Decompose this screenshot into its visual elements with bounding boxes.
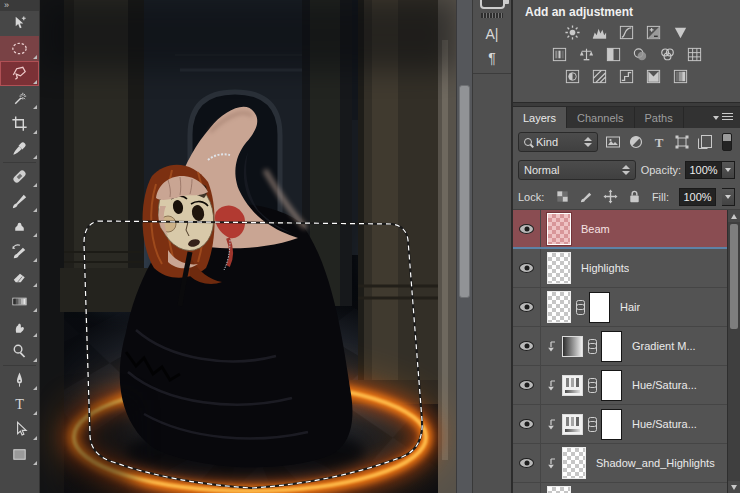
layer-thumbnail[interactable] xyxy=(547,213,571,245)
blend-mode-dropdown[interactable]: Normal xyxy=(518,160,636,180)
filter-pixel-layers-icon[interactable] xyxy=(603,133,622,152)
visibility-toggle[interactable] xyxy=(513,288,541,326)
layer-row-beam[interactable]: Beam xyxy=(513,210,727,249)
filter-shape-layers-icon[interactable] xyxy=(672,133,691,152)
visibility-toggle[interactable] xyxy=(513,366,541,404)
tab-layers[interactable]: Layers xyxy=(513,107,567,128)
character-panel-icon[interactable]: A| xyxy=(473,22,511,46)
vibrance-icon[interactable] xyxy=(672,23,690,41)
curves-icon[interactable] xyxy=(618,23,636,41)
type-tool[interactable]: T xyxy=(0,392,39,417)
lasso-tool[interactable] xyxy=(0,61,39,86)
canvas-area[interactable] xyxy=(40,0,472,493)
rectangle-tool[interactable] xyxy=(0,442,39,467)
fill-value[interactable]: 100% xyxy=(679,188,716,206)
visibility-toggle[interactable] xyxy=(513,327,541,365)
visibility-toggle[interactable] xyxy=(513,405,541,443)
layer-row-hue-satura-[interactable]: Hue/Satura... xyxy=(513,366,727,405)
history-brush-tool[interactable] xyxy=(0,239,39,264)
canvas-scrollbar-thumb[interactable] xyxy=(459,85,470,298)
paragraph-panel-icon[interactable]: ¶ xyxy=(473,46,511,70)
fill-dropdown-arrow[interactable] xyxy=(722,188,735,206)
clone-stamp-tool[interactable] xyxy=(0,214,39,239)
filter-toggle-switch[interactable] xyxy=(722,133,732,151)
opacity-dropdown-arrow[interactable] xyxy=(722,161,735,179)
layer-row-hue-satura-[interactable]: Hue/Satura... xyxy=(513,405,727,444)
layer-row[interactable] xyxy=(513,483,727,493)
layer-mask-thumbnail[interactable] xyxy=(601,331,622,362)
opacity-value[interactable]: 100% xyxy=(685,161,722,179)
layer-name[interactable]: Hue/Satura... xyxy=(632,418,697,430)
layer-name[interactable]: Gradient M... xyxy=(632,340,696,352)
healing-brush-tool[interactable] xyxy=(0,164,39,189)
smudge-tool[interactable] xyxy=(0,314,39,339)
elliptical-marquee-tool[interactable] xyxy=(0,36,39,61)
canvas-vertical-scrollbar[interactable] xyxy=(456,0,472,493)
layer-row-hair[interactable]: Hair xyxy=(513,288,727,327)
layers-scrollbar[interactable] xyxy=(727,210,740,493)
visibility-toggle[interactable] xyxy=(513,249,541,287)
layer-thumbnail[interactable] xyxy=(547,291,571,323)
move-tool[interactable] xyxy=(0,11,39,36)
filter-type-layers-icon[interactable]: T xyxy=(649,133,668,152)
lock-paint-icon[interactable] xyxy=(578,188,595,205)
brightness-contrast-icon[interactable] xyxy=(564,23,582,41)
layer-name[interactable]: Hair xyxy=(620,301,640,313)
layer-mask-thumbnail[interactable] xyxy=(601,409,622,440)
layer-thumbnail[interactable] xyxy=(562,336,583,357)
layer-row-highlights[interactable]: Highlights xyxy=(513,249,727,288)
layer-thumbnail[interactable] xyxy=(562,447,586,479)
visibility-toggle[interactable] xyxy=(513,210,541,247)
canvas-image[interactable] xyxy=(40,0,456,493)
layer-thumbnail[interactable] xyxy=(547,252,571,284)
pen-tool[interactable] xyxy=(0,367,39,392)
photo-filter-icon[interactable] xyxy=(631,45,649,63)
threshold-icon[interactable] xyxy=(618,67,636,85)
black-white-icon[interactable] xyxy=(604,45,622,63)
layer-mask-thumbnail[interactable] xyxy=(589,292,610,323)
scroll-up-arrow[interactable] xyxy=(728,210,740,222)
selective-color-icon[interactable] xyxy=(672,67,690,85)
channel-mixer-icon[interactable] xyxy=(658,45,676,63)
layer-name[interactable]: Hue/Satura... xyxy=(632,379,697,391)
toolbar-collapse-button[interactable]: » xyxy=(0,0,39,11)
layer-thumbnail[interactable] xyxy=(562,414,583,435)
layer-thumbnail[interactable] xyxy=(547,486,571,493)
lock-transparency-icon[interactable] xyxy=(554,188,571,205)
scroll-down-arrow[interactable] xyxy=(728,481,740,493)
crop-tool[interactable] xyxy=(0,111,39,136)
panel-menu-icon[interactable] xyxy=(713,112,735,123)
eraser-tool[interactable] xyxy=(0,264,39,289)
levels-icon[interactable] xyxy=(591,23,609,41)
layer-row-shadow-and-highlights[interactable]: Shadow_and_Highlights xyxy=(513,444,727,483)
tab-channels[interactable]: Channels xyxy=(567,107,634,128)
layer-thumbnail[interactable] xyxy=(562,375,583,396)
filter-smart-objects-icon[interactable] xyxy=(695,133,714,152)
layer-mask-thumbnail[interactable] xyxy=(601,370,622,401)
layers-scrollbar-thumb[interactable] xyxy=(730,224,738,329)
exposure-icon[interactable] xyxy=(645,23,663,41)
layer-name[interactable]: Highlights xyxy=(581,262,629,274)
invert-icon[interactable] xyxy=(564,67,582,85)
layer-name[interactable]: Shadow_and_Highlights xyxy=(596,457,715,469)
lock-position-icon[interactable] xyxy=(602,188,619,205)
gradient-tool[interactable] xyxy=(0,289,39,314)
color-balance-icon[interactable] xyxy=(577,45,595,63)
filter-kind-dropdown[interactable]: Kind xyxy=(518,132,598,152)
posterize-icon[interactable] xyxy=(591,67,609,85)
dodge-tool[interactable] xyxy=(0,339,39,364)
magic-wand-tool[interactable] xyxy=(0,86,39,111)
visibility-toggle[interactable] xyxy=(513,483,541,493)
tab-paths[interactable]: Paths xyxy=(635,107,684,128)
layer-row-gradient-m-[interactable]: Gradient M... xyxy=(513,327,727,366)
lock-all-icon[interactable] xyxy=(626,188,643,205)
hue-saturation-icon[interactable] xyxy=(550,45,568,63)
gradient-map-icon[interactable] xyxy=(645,67,663,85)
eyedropper-tool[interactable] xyxy=(0,136,39,161)
color-lookup-icon[interactable] xyxy=(685,45,703,63)
visibility-toggle[interactable] xyxy=(513,444,541,482)
clone-source-icon[interactable] xyxy=(480,0,505,9)
path-selection-tool[interactable] xyxy=(0,417,39,442)
filter-adjustment-layers-icon[interactable] xyxy=(626,133,645,152)
brush-tool[interactable] xyxy=(0,189,39,214)
